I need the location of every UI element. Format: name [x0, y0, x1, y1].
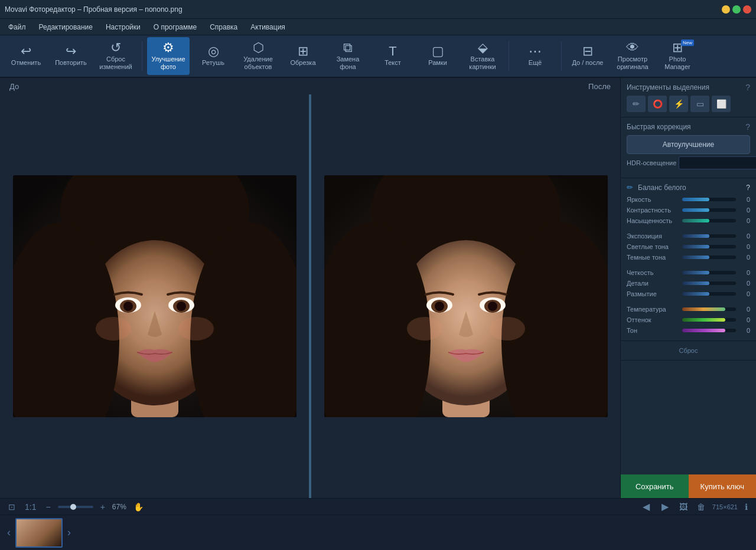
exposure-fill	[682, 234, 709, 238]
wb-help-icon[interactable]: ?	[746, 184, 750, 192]
prev-image-button[interactable]: ◀	[639, 500, 653, 513]
brightness-row: Яркость 0	[627, 194, 750, 205]
before-after-bar: До После	[0, 78, 620, 94]
lasso-select-button[interactable]: ⭕	[648, 96, 667, 112]
quick-correction-help-icon[interactable]: ?	[745, 122, 750, 132]
menu-help[interactable]: Справка	[204, 21, 243, 34]
wb-icon[interactable]: ✏	[627, 183, 633, 192]
highlights-slider[interactable]	[682, 245, 736, 248]
magic-icon: ⚡	[674, 99, 684, 109]
zoom-out-button[interactable]: −	[43, 501, 53, 513]
undo-button[interactable]: ↩ Отменить	[5, 37, 47, 75]
redo-button[interactable]: ↪ Повторить	[50, 37, 92, 75]
delete-button[interactable]: 🗑	[695, 501, 708, 513]
zoom-slider[interactable]	[58, 506, 93, 508]
tone-slider[interactable]	[682, 329, 736, 332]
remove-objects-button[interactable]: ⬡ Удаление объектов	[237, 37, 279, 75]
filmstrip-thumbnail[interactable]	[15, 518, 63, 548]
crop-button[interactable]: ⊞ Обрезка	[282, 37, 324, 75]
contrast-slider[interactable]	[682, 208, 736, 212]
fit-to-screen-button[interactable]: ⊡	[6, 501, 18, 513]
next-image-button[interactable]: ▶	[658, 500, 672, 513]
reset-changes-button[interactable]: ↺ Сброс изменений	[94, 37, 137, 75]
wb-title-row: ✏ Баланс белого ?	[627, 183, 750, 192]
sharpness-row: Четкость 0	[627, 267, 750, 278]
selection-help-icon[interactable]: ?	[745, 83, 750, 92]
toolbar-separator-3	[561, 41, 562, 71]
sharpness-slider[interactable]	[682, 271, 736, 274]
replace-bg-icon: ⧉	[343, 41, 353, 54]
brightness-slider[interactable]	[682, 198, 736, 201]
crop-icon: ⊞	[298, 45, 308, 58]
main-area: До После	[0, 78, 756, 498]
minimize-button[interactable]	[722, 5, 730, 14]
blur-slider[interactable]	[682, 292, 736, 296]
info-button[interactable]: ℹ	[742, 501, 750, 513]
more-button[interactable]: ⋯ Ещё	[514, 37, 556, 75]
temperature-slider[interactable]	[682, 307, 736, 311]
exposure-slider[interactable]	[682, 234, 736, 238]
retouch-button[interactable]: ◎ Ретушь	[192, 37, 234, 75]
after-image	[324, 175, 608, 417]
details-value: 0	[738, 280, 750, 287]
slideshow-button[interactable]: 🖼	[677, 501, 690, 513]
slideshow-icon: 🖼	[679, 502, 687, 512]
auto-enhance-button[interactable]: Автоулучшение	[627, 135, 750, 154]
tone-row: Тон 0	[627, 325, 750, 336]
split-divider[interactable]	[309, 94, 311, 498]
rect-select-button[interactable]: ▭	[690, 96, 709, 112]
menu-file[interactable]: Файл	[2, 21, 32, 34]
canvas-content[interactable]	[0, 94, 620, 498]
insert-picture-button[interactable]: ⬙ Вставка картинки	[461, 37, 504, 75]
titlebar: Movavi Фоторедактор – Пробная версия – n…	[0, 0, 756, 19]
contrast-row: Контрастность 0	[627, 205, 750, 215]
saturation-slider[interactable]	[682, 219, 736, 222]
frames-button[interactable]: ▢ Рамки	[416, 37, 459, 75]
menu-settings[interactable]: Настройки	[100, 21, 146, 34]
brush-select-button[interactable]: ✏	[627, 96, 646, 112]
wb-title: Баланс белого	[638, 184, 686, 192]
enhance-button[interactable]: ⚙ Улучшение фото	[147, 37, 190, 75]
reset-button[interactable]: Сброс	[627, 346, 750, 355]
pan-icon: ✋	[133, 502, 144, 512]
action-buttons: Сохранить Купить ключ	[621, 474, 756, 498]
svg-point-25	[488, 302, 497, 311]
portrait-svg-before	[13, 175, 296, 417]
tint-slider[interactable]	[682, 318, 736, 322]
actual-size-button[interactable]: 1:1	[22, 501, 38, 513]
statusbar: ⊡ 1:1 − + 67% ✋ ◀ ▶ 🖼 🗑 715×621 ℹ	[0, 498, 756, 515]
save-button[interactable]: Сохранить	[621, 474, 689, 498]
preview-icon: 👁	[626, 41, 639, 54]
svg-point-12	[96, 317, 131, 341]
photo-manager-button[interactable]: New ⊞ Photo Manager	[656, 37, 699, 75]
saturation-row: Насыщенность 0	[627, 215, 750, 226]
magic-select-button[interactable]: ⚡	[669, 96, 688, 112]
reset-section: Сброс	[621, 341, 756, 361]
brush-icon: ✏	[633, 99, 640, 109]
maximize-button[interactable]	[732, 5, 741, 14]
eraser-select-button[interactable]: ⬜	[712, 96, 731, 112]
exposure-value: 0	[738, 233, 750, 240]
trash-icon: 🗑	[697, 502, 705, 512]
replace-bg-button[interactable]: ⧉ Замена фона	[327, 37, 369, 75]
shadows-slider[interactable]	[682, 256, 736, 259]
preview-original-button[interactable]: 👁 Просмотр оригинала	[611, 37, 654, 75]
menu-activate[interactable]: Активация	[245, 21, 291, 34]
before-after-button[interactable]: ⊟ До / после	[566, 37, 609, 75]
details-fill	[682, 281, 709, 285]
filmstrip-next-button[interactable]: ›	[65, 524, 73, 541]
buy-key-button[interactable]: Купить ключ	[689, 474, 757, 498]
pan-button[interactable]: ✋	[131, 501, 146, 513]
zoom-value: 67%	[112, 503, 126, 511]
details-slider[interactable]	[682, 281, 736, 285]
app-title: Movavi Фоторедактор – Пробная версия – n…	[5, 5, 183, 14]
menu-edit[interactable]: Редактирование	[33, 21, 99, 34]
menu-about[interactable]: О программе	[148, 21, 203, 34]
close-button[interactable]	[743, 5, 751, 14]
text-button[interactable]: T Текст	[372, 37, 414, 75]
brightness-value: 0	[738, 196, 750, 203]
tint-value: 0	[738, 316, 750, 323]
zoom-in-button[interactable]: +	[98, 501, 107, 513]
filmstrip-prev-button[interactable]: ‹	[5, 524, 13, 541]
hdr-input[interactable]	[679, 156, 756, 169]
